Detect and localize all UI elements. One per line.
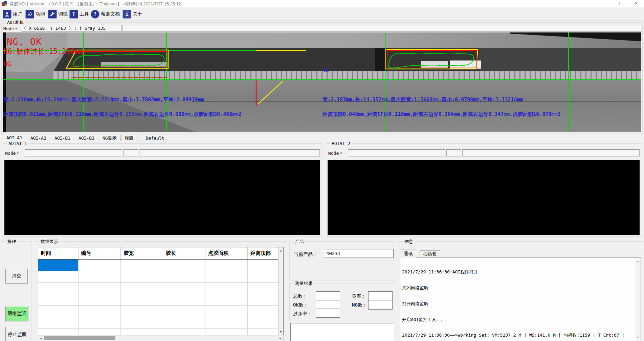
user-icon bbox=[3, 10, 12, 19]
toolbar-help[interactable]: ? 帮助文档 bbox=[91, 9, 120, 19]
data-table-header: 时间 编号 胶宽 胶长 点胶面积 距离顶部 bbox=[38, 247, 278, 260]
app-icon bbox=[2, 1, 7, 6]
scroll-right-icon[interactable]: ► bbox=[277, 336, 283, 341]
wrench-icon bbox=[48, 10, 57, 19]
panel1-image-view bbox=[4, 160, 320, 235]
ng-label-text: NG bbox=[3, 60, 11, 68]
operation-group-label: 操作 bbox=[6, 239, 18, 244]
current-product-field[interactable]: 40231 bbox=[324, 249, 394, 258]
measure-result-group-label: 测量结果 bbox=[294, 281, 314, 286]
camera-aux-field-2 bbox=[123, 25, 641, 32]
scroll-up-icon[interactable]: ▲ bbox=[279, 248, 283, 253]
minimize-button[interactable]: – bbox=[597, 0, 613, 7]
column-header-glue-length[interactable]: 胶长 bbox=[163, 247, 205, 259]
panel1-field-1 bbox=[25, 149, 122, 156]
scroll-down-icon[interactable]: ▼ bbox=[635, 335, 641, 340]
log-line: 2021/7/29 11:36:30:AOI程序打开 bbox=[402, 269, 633, 275]
panel2-field-1 bbox=[348, 149, 445, 156]
current-product-label: 当前产品： bbox=[294, 251, 317, 258]
log-line: 开启AOI监控工具。。。 bbox=[402, 317, 633, 322]
tab-heartbeat[interactable]: 心跳包 bbox=[420, 250, 440, 258]
log-line: 关闭网络监听 bbox=[402, 285, 633, 291]
tab-aoi-b2[interactable]: AOI-B2 bbox=[75, 135, 98, 141]
panel2-image-view bbox=[328, 160, 640, 235]
table-row[interactable] bbox=[38, 294, 278, 306]
ok-count-label: OK数： bbox=[293, 302, 308, 308]
aoi-camera-group-label: AOI相机 bbox=[6, 20, 25, 25]
maximize-button[interactable]: □ bbox=[613, 0, 628, 7]
scroll-left-icon[interactable]: ◄ bbox=[38, 336, 44, 341]
table-horizontal-scrollbar[interactable]: ◄ ► bbox=[38, 336, 284, 341]
network-listen-button[interactable]: 网络监听 bbox=[5, 306, 28, 321]
column-header-time[interactable]: 时间 bbox=[38, 247, 79, 259]
tab-aoi-a2[interactable]: AOI-A2 bbox=[27, 135, 50, 141]
panel2-field-2 bbox=[446, 149, 461, 156]
product-group: 产品 bbox=[289, 241, 395, 281]
selected-cell[interactable] bbox=[38, 260, 79, 271]
overkill-label: 过杀率： bbox=[293, 311, 312, 317]
total-label: 总数： bbox=[293, 293, 307, 299]
tab-template[interactable]: 模版 bbox=[121, 135, 137, 141]
overkill-value-field bbox=[316, 309, 340, 318]
tab-aoi-b1[interactable]: AOI-B1 bbox=[51, 135, 74, 141]
data-table[interactable]: 时间 编号 胶宽 胶长 点胶面积 距离顶部 bbox=[38, 247, 284, 335]
panel-aoia1-2-label: AOIA1_2 bbox=[330, 141, 352, 146]
panel1-field-2 bbox=[123, 149, 138, 156]
ng-count-label: NG数： bbox=[352, 302, 367, 308]
column-header-glue-width[interactable]: 胶宽 bbox=[121, 247, 163, 259]
ng-count-value-field bbox=[368, 300, 393, 310]
window-title: 点胶AOI [ Version : 1.0.0.9 ] 程序 【当前用户: En… bbox=[9, 1, 181, 7]
info-group-label: 信息 bbox=[403, 239, 415, 244]
tab-ng-display[interactable]: NG显示 bbox=[99, 135, 120, 141]
log-line: 打开网络监听 bbox=[402, 301, 633, 307]
panel2-mode-dropdown[interactable]: Mode ▼ bbox=[328, 150, 342, 156]
left-stats-row-1: 宽:2.218mm,长:15.290mm,最大胶宽:2.2218mm,最小:1.… bbox=[3, 97, 204, 103]
data-display-group-label: 数据显示 bbox=[39, 239, 60, 244]
comm-log-lines: 2021/7/29 11:36:30:AOI程序打开 关闭网络监听 打开网络监听… bbox=[402, 259, 633, 341]
table-row[interactable] bbox=[38, 306, 278, 317]
tab-default[interactable]: Default bbox=[141, 135, 170, 141]
tab-comm[interactable]: 通讯 bbox=[400, 249, 416, 258]
table-row[interactable] bbox=[38, 260, 278, 271]
gear-icon bbox=[25, 10, 34, 19]
close-button[interactable]: × bbox=[628, 0, 644, 7]
table-vertical-scrollbar[interactable]: ▲ ▼ bbox=[278, 247, 283, 335]
column-header-glue-area[interactable]: 点胶面积 bbox=[205, 247, 248, 259]
table-row[interactable] bbox=[38, 283, 278, 294]
toolbar-user[interactable]: 用户 bbox=[3, 9, 22, 19]
panel-aoia1-1-label: AOIA1_1 bbox=[7, 141, 28, 146]
panel2-field-3 bbox=[462, 149, 640, 156]
clear-button[interactable]: 清空 bbox=[5, 269, 28, 284]
panel1-mode-dropdown[interactable]: Mode ▼ bbox=[5, 150, 19, 156]
toolbar-function[interactable]: 功能 bbox=[25, 9, 45, 19]
table-row[interactable] bbox=[38, 271, 278, 283]
log-vertical-scrollbar[interactable]: ▲ ▼ bbox=[635, 258, 641, 341]
log-line: 2021/7/29 11:36:30——>Working Set: VM:523… bbox=[402, 333, 633, 338]
table-row[interactable] bbox=[38, 317, 278, 328]
table-row[interactable] bbox=[38, 328, 278, 335]
view-tab-strip: AOI-A1 AOI-A2 AOI-B1 AOI-B2 NG显示 模版 Defa… bbox=[3, 134, 170, 141]
camera-mode-dropdown[interactable]: Mode ▼ bbox=[3, 25, 17, 31]
scroll-down-icon[interactable]: ▼ bbox=[279, 329, 283, 335]
chevron-down-icon: ▼ bbox=[17, 152, 19, 155]
toolbar-debug[interactable]: 调试 bbox=[48, 9, 68, 19]
right-stats-row-2: 距离顶部0.048mm,距离CF层0.110mm,距离左边界0.304mm,距离… bbox=[323, 111, 560, 118]
right-stats-row-1: 宽:2.187mm,长:14.352mm,最大胶宽:1.5663mm,最小:0.… bbox=[323, 97, 523, 103]
toolbar-about[interactable]: i 关于 bbox=[123, 9, 142, 19]
column-header-distance-top[interactable]: 距离顶部 bbox=[248, 247, 278, 259]
column-header-id[interactable]: 编号 bbox=[79, 247, 121, 259]
yield-label: 良率： bbox=[352, 293, 366, 299]
camera-image-view[interactable]: NG, OK NG:胶体过长:15.290mm, NG OK 宽:2.218mm… bbox=[3, 32, 641, 132]
camera-aux-field-1 bbox=[109, 25, 122, 32]
total-value-field bbox=[316, 291, 340, 300]
tab-aoi-a1[interactable]: AOI-A1 bbox=[3, 134, 26, 141]
operation-group: 操作 bbox=[2, 241, 31, 341]
comm-log-box[interactable]: 2021/7/29 11:36:30:AOI程序打开 关闭网络监听 打开网络监听… bbox=[400, 258, 641, 341]
stop-listen-button[interactable]: 停止监听 bbox=[5, 327, 29, 341]
scroll-up-icon[interactable]: ▲ bbox=[635, 259, 641, 264]
horizontal-scroll-thumb[interactable] bbox=[44, 336, 115, 340]
toolbar-tools[interactable]: T 工具 bbox=[69, 9, 89, 19]
panel-aoia1-2: AOIA1_2 Mode ▼ bbox=[326, 143, 641, 237]
panel-aoia1-1: AOIA1_1 Mode ▼ bbox=[3, 143, 321, 237]
title-bar: 点胶AOI [ Version : 1.0.0.9 ] 程序 【当前用户: En… bbox=[0, 0, 644, 7]
